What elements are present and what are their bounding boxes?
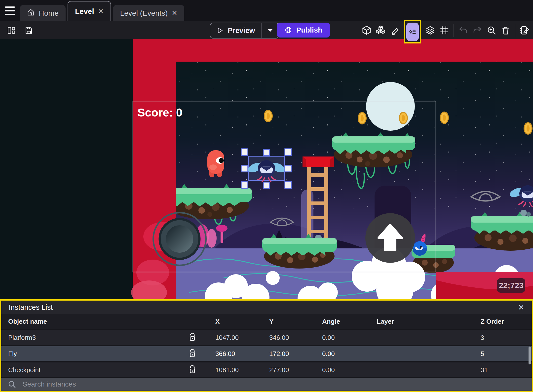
cursor-coordinates-badge: 22;723	[497, 278, 525, 293]
save-icon[interactable]	[24, 25, 34, 35]
toolbar-divider	[515, 24, 515, 37]
instances-panel-close-icon[interactable]: ✕	[518, 303, 524, 312]
globe-icon	[284, 26, 292, 34]
instances-list-panel: Instances List ✕ Object name X Y Angle L…	[0, 299, 533, 392]
tab-level-events-label: Level (Events)	[120, 9, 168, 17]
cursor-coordinates-text: 22;723	[499, 281, 524, 290]
trash-icon[interactable]	[501, 25, 511, 35]
object-groups-icon[interactable]	[376, 25, 386, 35]
instance-z-order: 31	[479, 366, 532, 374]
column-layer: Layer	[375, 318, 479, 325]
instance-angle: 0.00	[321, 366, 375, 374]
preview-button[interactable]: Preview	[210, 23, 279, 39]
instance-angle: 0.00	[321, 334, 375, 342]
play-icon	[217, 27, 223, 34]
unlock-icon[interactable]	[188, 349, 197, 359]
chevron-down-icon	[267, 29, 273, 32]
jump-button[interactable]	[365, 213, 415, 263]
instance-z-order: 3	[479, 334, 532, 342]
instances-list-highlight	[404, 20, 421, 43]
instance-angle: 0.00	[321, 350, 375, 358]
hamburger-menu-icon[interactable]	[5, 6, 15, 15]
platform-mid-bottom[interactable]	[262, 234, 337, 269]
instance-name: Checkpoint	[1, 366, 187, 374]
column-object-name: Object name	[1, 318, 187, 325]
table-row-selected[interactable]: Fly 366.00 172.00 0.00 5	[1, 346, 532, 361]
column-y: Y	[268, 318, 321, 325]
tab-level[interactable]: Level ✕	[68, 1, 111, 21]
unlock-icon[interactable]	[188, 365, 197, 375]
moon[interactable]	[366, 82, 415, 131]
column-angle: Angle	[321, 318, 375, 325]
instance-y: 172.00	[268, 350, 321, 358]
publish-button[interactable]: Publish	[277, 23, 330, 38]
tab-level-close-icon[interactable]: ✕	[98, 7, 104, 15]
instance-name: Platform3	[1, 334, 187, 342]
panels-layout-icon[interactable]	[6, 25, 16, 35]
scene-editor-canvas[interactable]: Score: 0 22;723	[0, 39, 533, 299]
search-input[interactable]	[22, 380, 532, 389]
tab-home[interactable]: Home	[20, 5, 66, 21]
table-row[interactable]: Checkpoint 1081.00 277.00 0.00 31	[1, 362, 532, 377]
instance-z-order: 5	[479, 350, 532, 358]
instance-name: Fly	[1, 350, 187, 358]
tab-bar: Home Level ✕ Level (Events) ✕	[0, 0, 533, 21]
preview-label: Preview	[228, 27, 255, 35]
scene-red-top-band	[176, 39, 533, 62]
redo-icon[interactable]	[472, 25, 482, 35]
editor-background	[0, 39, 133, 299]
instances-list-icon[interactable]	[406, 23, 419, 41]
home-icon	[27, 8, 35, 18]
instance-x: 1081.00	[214, 366, 268, 374]
edit-properties-icon[interactable]	[520, 25, 530, 35]
edit-scene-pencil-icon[interactable]	[390, 25, 400, 35]
player-character[interactable]	[207, 150, 224, 177]
search-icon	[8, 380, 16, 389]
scene-red-left-band	[131, 39, 182, 299]
tab-level-label: Level	[75, 7, 94, 16]
tab-level-events-close-icon[interactable]: ✕	[172, 9, 177, 17]
instance-x: 1047.00	[214, 334, 268, 342]
instance-x: 366.00	[214, 350, 268, 358]
score-hud-text: Score: 0	[137, 106, 183, 119]
table-row[interactable]: Platform3 1047.00 346.00 0.00 3	[1, 330, 532, 345]
preview-dropdown-button[interactable]	[262, 29, 278, 32]
publish-label: Publish	[296, 26, 322, 34]
column-x: X	[214, 318, 268, 325]
unlock-icon[interactable]	[188, 333, 197, 343]
tab-home-label: Home	[39, 9, 59, 17]
tab-level-events[interactable]: Level (Events) ✕	[113, 5, 184, 21]
grid-icon[interactable]	[439, 25, 449, 35]
undo-icon[interactable]	[458, 25, 468, 35]
search-bar	[1, 378, 532, 391]
instance-y: 277.00	[268, 366, 321, 374]
zoom-icon[interactable]	[487, 25, 496, 35]
instances-panel-title: Instances List	[9, 303, 53, 312]
scene-toolbar: Preview Publish	[0, 21, 533, 39]
layers-icon[interactable]	[425, 25, 435, 35]
panel-scrollbar[interactable]	[529, 347, 531, 364]
column-z-order: Z Order	[479, 318, 532, 325]
instances-table-header: Object name X Y Angle Layer Z Order	[1, 314, 532, 329]
toolbar-divider	[454, 24, 454, 37]
objects-cube-icon[interactable]	[362, 25, 372, 35]
joystick-control[interactable]	[153, 213, 206, 265]
instance-y: 346.00	[268, 334, 321, 342]
gdevelop-editor-window: Home Level ✕ Level (Events) ✕ Pr	[0, 0, 533, 392]
